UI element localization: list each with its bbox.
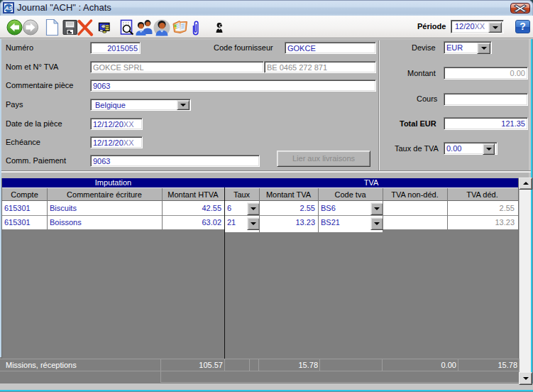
svg-text:AS: AS xyxy=(4,5,13,11)
